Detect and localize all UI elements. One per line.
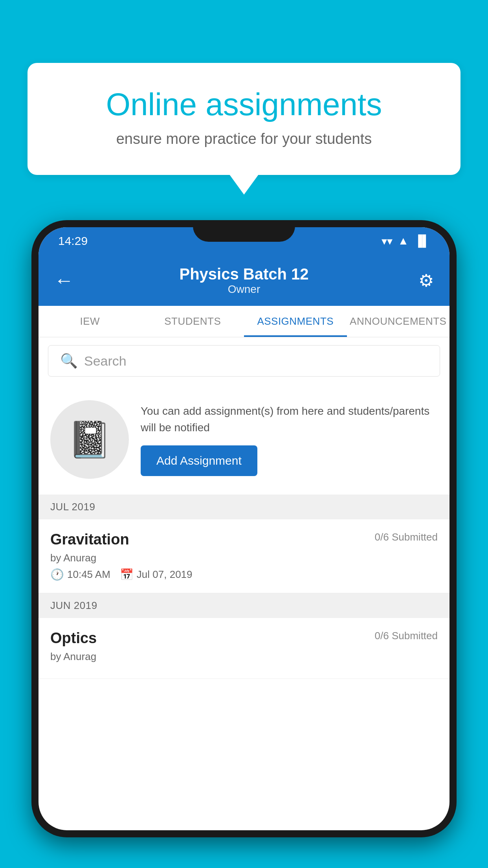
app-bar-subtitle: Owner	[86, 283, 402, 296]
assignment-title: Gravitation	[50, 531, 129, 548]
assignment-title-optics: Optics	[50, 630, 97, 647]
assignment-date: 📅 Jul 07, 2019	[120, 568, 193, 581]
battery-icon: ▐▌	[414, 235, 430, 247]
phone-outer: 14:29 ▾▾ ▲ ▐▌ ← Physics Batch 12 Owner ⚙	[31, 220, 457, 837]
signal-icon: ▲	[398, 235, 409, 247]
search-container: 🔍 Search	[39, 337, 449, 384]
assignment-submitted-optics: 0/6 Submitted	[375, 630, 438, 642]
assignment-icon-circle: 📓	[50, 400, 129, 479]
back-button[interactable]: ←	[54, 269, 74, 292]
search-placeholder: Search	[84, 353, 127, 369]
assignment-time: 🕐 10:45 AM	[50, 568, 110, 581]
assignment-by-optics: by Anurag	[50, 651, 438, 663]
tab-iew[interactable]: IEW	[39, 306, 141, 337]
calendar-icon: 📅	[120, 568, 134, 581]
status-time: 14:29	[58, 234, 88, 248]
tab-assignments[interactable]: ASSIGNMENTS	[244, 306, 347, 337]
assignment-by: by Anurag	[50, 552, 438, 564]
assignment-item-optics[interactable]: Optics 0/6 Submitted by Anurag	[39, 618, 449, 679]
phone-container: 14:29 ▾▾ ▲ ▐▌ ← Physics Batch 12 Owner ⚙	[31, 220, 457, 868]
bubble-subtitle: ensure more practice for your students	[55, 131, 433, 147]
tab-students[interactable]: STUDENTS	[141, 306, 244, 337]
clock-icon: 🕐	[50, 568, 64, 581]
add-assignment-button[interactable]: Add Assignment	[141, 445, 257, 476]
settings-button[interactable]: ⚙	[418, 270, 434, 291]
promo-section: 📓 You can add assignment(s) from here an…	[39, 384, 449, 495]
status-icons: ▾▾ ▲ ▐▌	[382, 235, 430, 248]
bubble-title: Online assignments	[55, 86, 433, 123]
speech-bubble-container: Online assignments ensure more practice …	[28, 63, 460, 175]
month-separator-jun: JUN 2019	[39, 593, 449, 618]
assignment-item-gravitation[interactable]: Gravitation 0/6 Submitted by Anurag 🕐 10…	[39, 519, 449, 593]
app-bar: ← Physics Batch 12 Owner ⚙	[39, 255, 449, 306]
speech-bubble: Online assignments ensure more practice …	[28, 63, 460, 175]
app-bar-title-group: Physics Batch 12 Owner	[86, 265, 402, 296]
notebook-icon: 📓	[68, 419, 112, 460]
assignment-submitted: 0/6 Submitted	[375, 531, 438, 543]
app-bar-title: Physics Batch 12	[86, 265, 402, 283]
assignment-header: Gravitation 0/6 Submitted	[50, 531, 438, 548]
month-separator-jul: JUL 2019	[39, 495, 449, 519]
promo-text-group: You can add assignment(s) from here and …	[141, 403, 438, 476]
search-icon: 🔍	[60, 353, 78, 369]
promo-description: You can add assignment(s) from here and …	[141, 403, 438, 436]
tabs-bar: IEW STUDENTS ASSIGNMENTS ANNOUNCEMENTS	[39, 306, 449, 337]
phone-notch	[193, 220, 295, 242]
tab-announcements[interactable]: ANNOUNCEMENTS	[347, 306, 450, 337]
phone-screen: 14:29 ▾▾ ▲ ▐▌ ← Physics Batch 12 Owner ⚙	[39, 227, 449, 830]
assignment-meta: 🕐 10:45 AM 📅 Jul 07, 2019	[50, 568, 438, 581]
assignment-header-optics: Optics 0/6 Submitted	[50, 630, 438, 647]
wifi-icon: ▾▾	[382, 235, 393, 248]
search-box[interactable]: 🔍 Search	[48, 345, 440, 377]
